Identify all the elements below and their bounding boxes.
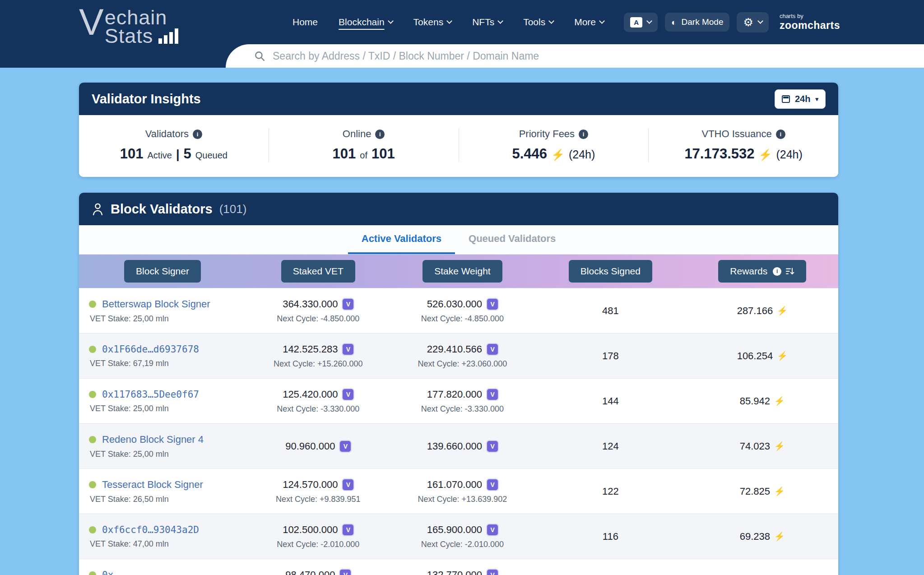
- nav-item-nfts[interactable]: NFTs: [472, 17, 502, 28]
- column-rewards[interactable]: Rewards i: [718, 260, 806, 283]
- vet-token-icon: V: [343, 479, 353, 490]
- status-online-dot: [89, 436, 96, 443]
- validator-link-betterswap-block-signer[interactable]: Betterswap Block Signer: [102, 298, 210, 310]
- validator-link-0x1f66de-d6937678[interactable]: 0x1F66de…d6937678: [102, 344, 199, 355]
- validator-link-0x[interactable]: 0x…: [102, 570, 119, 575]
- vet-stake-note: VET Stake: 25,00 mln: [89, 450, 169, 459]
- info-icon[interactable]: i: [579, 130, 588, 139]
- tab-label: Active Validators: [362, 233, 441, 245]
- next-cycle-note: Next Cycle: -3.330.000: [421, 404, 504, 414]
- nav-item-label: More: [574, 17, 596, 28]
- column-staked-vet[interactable]: Staked VET i: [281, 260, 355, 283]
- priority-fees-value: 5.446: [512, 146, 547, 162]
- vet-token-icon: V: [487, 299, 498, 310]
- translate-icon: A: [630, 17, 642, 28]
- status-online-dot: [89, 301, 96, 308]
- language-selector[interactable]: A: [624, 13, 658, 32]
- blocks-count: 116: [603, 531, 618, 543]
- rewards-amount: 74.023: [740, 441, 770, 452]
- vtho-bolt-icon: ⚡: [777, 306, 788, 316]
- search-input[interactable]: [273, 50, 837, 62]
- nav-item-home[interactable]: Home: [293, 17, 318, 28]
- nav-item-more[interactable]: More: [574, 17, 604, 28]
- brand-logo[interactable]: V echain Stats: [79, 5, 178, 45]
- blocks-count: 124: [602, 441, 619, 452]
- validator-link-tesseract-block-signer[interactable]: Tesseract Block Signer: [102, 479, 203, 491]
- header-controls: A ◐ Dark Mode ⚙ charts by zoomcharts: [624, 12, 840, 32]
- info-icon[interactable]: i: [773, 267, 781, 276]
- status-online-dot: [89, 571, 96, 575]
- validators-active-count: 101: [120, 146, 144, 162]
- tab-queued-validators[interactable]: Queued Validators: [455, 225, 569, 254]
- info-icon[interactable]: i: [193, 130, 202, 139]
- nav-item-tools[interactable]: Tools: [523, 17, 553, 28]
- staked-vet-cell: 125.420.000 V Next Cycle: -3.330.000: [246, 379, 390, 423]
- column-blocks-signed[interactable]: Blocks Signed i: [569, 260, 652, 283]
- next-cycle-note: Next Cycle: +23.060.000: [418, 359, 507, 369]
- next-cycle-note: Next Cycle: -2.010.000: [421, 540, 504, 549]
- vtho-bolt-icon: ⚡: [774, 531, 785, 542]
- status-online-dot: [89, 346, 96, 353]
- signer-cell: 0x117683…5Dee0f67 VET Stake: 25,00 mln: [79, 379, 246, 423]
- staked-amount: 90.960.000: [285, 441, 335, 452]
- person-icon: [92, 203, 104, 216]
- search-icon: [254, 50, 265, 62]
- time-range-selector[interactable]: 24h ▾: [775, 89, 826, 109]
- stat-label: VTHO Issuance: [701, 128, 771, 140]
- column-stake-weight[interactable]: Stake Weight i: [423, 260, 502, 283]
- calendar-icon: [782, 95, 790, 103]
- nav-item-label: NFTs: [472, 17, 494, 28]
- blocks-signed-cell: 124: [534, 424, 686, 468]
- validators-active-word: Active: [148, 150, 172, 161]
- stake-weight-amount: 177.820.000: [427, 389, 482, 400]
- zoomcharts-logo[interactable]: charts by zoomcharts: [780, 13, 840, 32]
- nav-item-blockchain[interactable]: Blockchain: [339, 17, 393, 28]
- bar-chart-icon: [158, 28, 178, 44]
- brand-logo-line2: Stats: [105, 27, 153, 45]
- staked-amount: 124.570.000: [283, 479, 338, 491]
- vtho-bolt-icon: ⚡: [774, 396, 785, 406]
- sort-icon[interactable]: [785, 267, 794, 275]
- status-online-dot: [89, 526, 96, 533]
- tab-active-validators[interactable]: Active Validators: [348, 225, 455, 254]
- status-online-dot: [89, 391, 96, 398]
- column-block-signer[interactable]: Block Signer i: [124, 260, 201, 283]
- vet-token-icon: V: [343, 389, 353, 400]
- column-label: Block Signer: [136, 266, 189, 277]
- staked-vet-cell: 102.500.000 V Next Cycle: -2.010.000: [246, 514, 390, 559]
- brand-logo-v: V: [79, 5, 104, 39]
- staked-vet-cell: 364.330.000 V Next Cycle: -4.850.000: [246, 288, 390, 333]
- rewards-amount: 106.254: [737, 350, 773, 362]
- vtho-issuance-window: (24h): [776, 148, 802, 161]
- validator-link-0xf6ccf0-93043a2d[interactable]: 0xf6ccf0…93043a2D: [102, 524, 199, 535]
- nav-item-label: Blockchain: [339, 17, 385, 28]
- vet-token-icon: V: [487, 389, 498, 400]
- stake-weight-cell: 132.770.000 V: [390, 559, 535, 575]
- dark-mode-icon: ◐: [671, 18, 676, 27]
- stake-weight-amount: 132.770.000: [427, 569, 482, 575]
- signer-cell: Redeno Block Signer 4 VET Stake: 25,00 m…: [79, 424, 246, 468]
- validator-link-0x117683-5dee0f67[interactable]: 0x117683…5Dee0f67: [102, 389, 199, 400]
- vet-token-icon: V: [487, 441, 498, 452]
- tab-label: Queued Validators: [469, 233, 556, 245]
- nav-item-tokens[interactable]: Tokens: [413, 17, 452, 28]
- vet-token-icon: V: [340, 441, 351, 452]
- info-icon[interactable]: i: [375, 130, 385, 139]
- insights-stats-row: Validators i 101 Active | 5 Queued Onlin…: [79, 115, 838, 177]
- stake-weight-cell: 139.660.000 V: [390, 424, 535, 468]
- online-count: 101: [333, 146, 356, 162]
- table-row: 0x1F66de…d6937678 VET Stake: 67,19 mln 1…: [79, 333, 838, 378]
- status-online-dot: [89, 481, 96, 488]
- settings-button[interactable]: ⚙: [737, 12, 768, 32]
- blocks-count: 178: [602, 350, 619, 362]
- info-icon[interactable]: i: [776, 130, 785, 139]
- validator-link-redeno-block-signer-4[interactable]: Redeno Block Signer 4: [102, 434, 204, 445]
- vtho-bolt-icon: ⚡: [777, 351, 788, 361]
- blocks-count: 481: [602, 305, 619, 317]
- main-nav: Home Blockchain Tokens NFTs Tools More: [293, 17, 604, 28]
- validators-queued-word: Queued: [195, 150, 228, 161]
- dark-mode-toggle[interactable]: ◐ Dark Mode: [665, 13, 729, 32]
- next-cycle-note: Next Cycle: -2.010.000: [277, 540, 359, 549]
- vet-stake-note: VET Stake: 25,00 mln: [89, 314, 169, 324]
- stat-validators: Validators i 101 Active | 5 Queued: [79, 128, 269, 162]
